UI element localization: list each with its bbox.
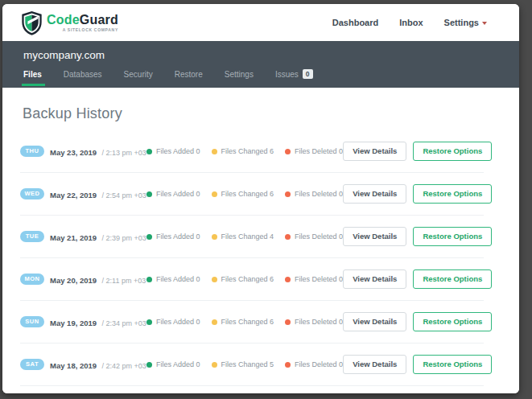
stat-added: Files Added 0 (146, 190, 200, 198)
backup-stats: Files Added 0Files Changed 6Files Delete… (146, 147, 343, 155)
tab-databases[interactable]: Databases (64, 70, 102, 79)
stat-label: Files Deleted 0 (295, 318, 343, 326)
backup-stats: Files Added 0Files Changed 6Files Delete… (146, 275, 343, 283)
nav-inbox[interactable]: Inbox (399, 18, 423, 27)
stat-deleted: Files Deleted 0 (285, 190, 343, 198)
backup-actions: View Details Restore Options (343, 184, 492, 203)
stat-added: Files Added 0 (146, 232, 200, 241)
codeguard-logo[interactable]: CodeGuard A SITELOCK COMPANY (20, 10, 118, 35)
backup-when: May 18, 2019 / 2:42 pm +03 (50, 357, 146, 372)
nav-dashboard[interactable]: Dashboard (332, 18, 378, 27)
deleted-dot-icon (285, 319, 291, 325)
changed-dot-icon (212, 191, 217, 197)
brand-name-primary: Code (47, 13, 80, 27)
shield-logo-icon (20, 10, 43, 35)
stat-deleted: Files Deleted 0 (285, 318, 343, 326)
tab-issues[interactable]: Issues0 (275, 69, 313, 79)
nav-settings[interactable]: Settings (444, 18, 487, 27)
deleted-dot-icon (285, 362, 291, 368)
stat-label: Files Deleted 0 (295, 190, 343, 198)
stat-added: Files Added 0 (146, 147, 200, 155)
stat-changed: Files Changed 6 (212, 190, 274, 198)
backup-date: May 23, 2019 (50, 148, 97, 157)
changed-dot-icon (212, 234, 217, 240)
stat-label: Files Changed 6 (221, 190, 274, 198)
top-nav: Dashboard Inbox Settings (332, 18, 487, 27)
backup-row: MON May 20, 2019 / 2:11 pm +03 Files Add… (20, 258, 484, 301)
day-badge: MON (20, 274, 44, 285)
caret-down-icon (482, 22, 487, 25)
site-tabs: Files Databases Security Restore Setting… (23, 69, 519, 79)
changed-dot-icon (212, 149, 217, 154)
restore-options-button[interactable]: Restore Options (413, 312, 492, 331)
page-title: Backup History (23, 105, 484, 122)
brand-name: CodeGuard (47, 14, 118, 27)
stat-label: Files Added 0 (156, 275, 200, 283)
view-details-button[interactable]: View Details (343, 142, 406, 160)
backup-row: SUN May 19, 2019 / 2:34 pm +03 Files Add… (20, 301, 484, 343)
stat-changed: Files Changed 4 (212, 232, 274, 241)
stat-deleted: Files Deleted 0 (285, 232, 343, 241)
backup-row: THU May 23, 2019 / 2:13 pm +03 Files Add… (20, 130, 484, 173)
changed-dot-icon (212, 277, 217, 282)
view-details-button[interactable]: View Details (343, 312, 406, 331)
view-details-button[interactable]: View Details (343, 355, 406, 373)
stat-label: Files Deleted 0 (295, 360, 343, 368)
stat-label: Files Added 0 (156, 232, 200, 241)
tab-restore[interactable]: Restore (175, 70, 203, 79)
backup-time: / 2:13 pm +03 (102, 149, 146, 157)
stat-label: Files Deleted 0 (295, 232, 343, 241)
day-badge: WED (20, 188, 44, 200)
added-dot-icon (146, 319, 152, 325)
stat-deleted: Files Deleted 0 (285, 275, 343, 283)
backup-when: May 23, 2019 / 2:13 pm +03 (50, 144, 146, 158)
stat-label: Files Added 0 (156, 318, 200, 326)
view-details-button[interactable]: View Details (343, 184, 406, 203)
restore-options-button[interactable]: Restore Options (413, 227, 492, 245)
tab-issues-label: Issues (275, 70, 299, 79)
restore-options-button[interactable]: Restore Options (413, 142, 492, 160)
view-details-button[interactable]: View Details (343, 227, 406, 245)
nav-dashboard-label: Dashboard (332, 18, 378, 27)
deleted-dot-icon (285, 277, 291, 282)
stat-deleted: Files Deleted 0 (285, 147, 343, 155)
backup-time: / 2:39 pm +03 (102, 234, 146, 242)
restore-options-button[interactable]: Restore Options (413, 355, 492, 373)
backup-row: WED May 22, 2019 / 2:54 pm +03 Files Add… (20, 173, 484, 216)
top-header: CodeGuard A SITELOCK COMPANY Dashboard I… (2, 4, 519, 41)
app-window: CodeGuard A SITELOCK COMPANY Dashboard I… (2, 4, 519, 393)
stat-label: Files Changed 5 (221, 360, 274, 368)
day-badge: TUE (20, 231, 44, 242)
backup-date: May 22, 2019 (50, 191, 97, 200)
stat-added: Files Added 0 (146, 360, 200, 368)
tab-settings[interactable]: Settings (225, 70, 254, 79)
tab-security[interactable]: Security (124, 70, 153, 79)
day-badge: SUN (20, 316, 44, 327)
backup-date: May 20, 2019 (50, 276, 97, 285)
main-content: Backup History THU May 23, 2019 / 2:13 p… (2, 88, 519, 393)
backup-when: May 20, 2019 / 2:11 pm +03 (50, 272, 146, 286)
backup-stats: Files Added 0Files Changed 4Files Delete… (146, 232, 343, 241)
changed-dot-icon (212, 319, 217, 325)
tab-files[interactable]: Files (23, 70, 42, 79)
deleted-dot-icon (285, 149, 291, 154)
backup-time: / 2:11 pm +03 (102, 277, 146, 285)
backup-time: / 2:42 pm +03 (102, 362, 146, 370)
restore-options-button[interactable]: Restore Options (413, 184, 492, 203)
backup-history-list: THU May 23, 2019 / 2:13 pm +03 Files Add… (20, 130, 484, 386)
issues-count-badge: 0 (303, 69, 313, 79)
day-badge: THU (20, 146, 44, 157)
added-dot-icon (146, 149, 152, 154)
stat-label: Files Deleted 0 (295, 147, 343, 155)
backup-date: May 21, 2019 (50, 233, 97, 242)
day-badge: SAT (20, 359, 44, 370)
backup-row: TUE May 21, 2019 / 2:39 pm +03 Files Add… (20, 216, 484, 258)
brand-tagline: A SITELOCK COMPANY (47, 28, 118, 32)
view-details-button[interactable]: View Details (343, 269, 406, 288)
restore-options-button[interactable]: Restore Options (413, 269, 492, 288)
stat-label: Files Added 0 (156, 190, 200, 198)
stat-changed: Files Changed 6 (212, 147, 274, 155)
stat-changed: Files Changed 6 (212, 318, 274, 326)
backup-actions: View Details Restore Options (343, 227, 492, 245)
backup-actions: View Details Restore Options (343, 142, 492, 160)
